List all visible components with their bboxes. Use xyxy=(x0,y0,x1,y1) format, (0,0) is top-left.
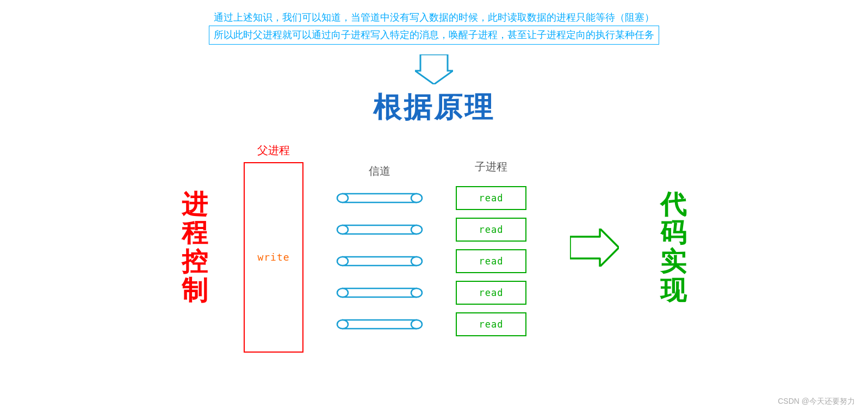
left-char-2: 程 xyxy=(182,218,208,247)
svg-marker-16 xyxy=(570,229,619,267)
top-line2: 所以此时父进程就可以通过向子进程写入特定的消息，唤醒子进程，甚至让子进程定向的执… xyxy=(209,26,659,45)
arrow-down-icon xyxy=(415,54,453,84)
child-box-text-4: read xyxy=(479,287,504,298)
main-title: 根据原理 xyxy=(11,89,857,127)
svg-point-12 xyxy=(411,288,422,297)
svg-point-5 xyxy=(337,225,348,234)
pipe-4 xyxy=(336,285,423,300)
child-box-2: read xyxy=(456,218,526,242)
svg-point-6 xyxy=(411,225,422,234)
father-process-col: 父进程 write xyxy=(244,143,303,353)
svg-point-2 xyxy=(337,194,348,202)
child-box-4: read xyxy=(456,281,526,305)
diagram-area: 进 程 控 制 父进程 write 信道 xyxy=(11,143,857,353)
svg-point-15 xyxy=(411,320,422,329)
father-label: 父进程 xyxy=(257,143,290,158)
child-box-text-3: read xyxy=(479,256,504,267)
right-char-4: 现 xyxy=(660,276,686,305)
svg-rect-13 xyxy=(343,320,417,329)
father-box-write-text: write xyxy=(257,251,289,263)
svg-point-14 xyxy=(337,320,348,329)
child-boxes: read read read read read xyxy=(456,186,526,336)
child-box-5: read xyxy=(456,312,526,336)
svg-rect-4 xyxy=(343,225,417,234)
svg-point-3 xyxy=(411,194,422,202)
right-label-code-impl: 代 码 实 现 xyxy=(641,190,706,305)
right-char-1: 代 xyxy=(660,190,686,219)
watermark: CSDN @今天还要努力 xyxy=(778,397,855,406)
right-char-3: 实 xyxy=(660,247,686,276)
left-label-process-control: 进 程 控 制 xyxy=(162,190,227,305)
top-line1: 通过上述知识，我们可以知道，当管道中没有写入数据的时候，此时读取数据的进程只能等… xyxy=(11,10,857,26)
top-text-block: 通过上述知识，我们可以知道，当管道中没有写入数据的时候，此时读取数据的进程只能等… xyxy=(11,10,857,45)
svg-point-9 xyxy=(411,257,422,266)
arrow-down-container xyxy=(11,54,857,84)
svg-rect-1 xyxy=(343,194,417,202)
svg-point-11 xyxy=(337,288,348,297)
child-box-1: read xyxy=(456,186,526,210)
left-char-3: 控 xyxy=(182,247,208,276)
pipe-1 xyxy=(336,190,423,206)
pipe-2 xyxy=(336,222,423,237)
child-box-text-5: read xyxy=(479,319,504,330)
channel-col: 信道 xyxy=(336,164,423,332)
child-process-col: 子进程 read read read read read xyxy=(456,159,526,336)
father-box: write xyxy=(244,162,303,353)
svg-rect-10 xyxy=(343,288,417,297)
child-box-text-2: read xyxy=(479,224,504,235)
child-label: 子进程 xyxy=(475,159,507,174)
pipe-5 xyxy=(336,317,423,332)
pipe-3 xyxy=(336,254,423,269)
arrow-right-icon xyxy=(570,229,619,267)
child-box-3: read xyxy=(456,249,526,273)
svg-rect-7 xyxy=(343,257,417,266)
svg-marker-0 xyxy=(415,54,453,84)
channel-label: 信道 xyxy=(369,164,390,178)
left-char-1: 进 xyxy=(182,190,208,219)
channel-pipes xyxy=(336,190,423,332)
right-char-2: 码 xyxy=(660,218,686,247)
child-box-text-1: read xyxy=(479,193,504,204)
svg-point-8 xyxy=(337,257,348,266)
left-char-4: 制 xyxy=(182,276,208,305)
arrow-right-container xyxy=(570,229,619,267)
page-container: 通过上述知识，我们可以知道，当管道中没有写入数据的时候，此时读取数据的进程只能等… xyxy=(0,0,868,413)
